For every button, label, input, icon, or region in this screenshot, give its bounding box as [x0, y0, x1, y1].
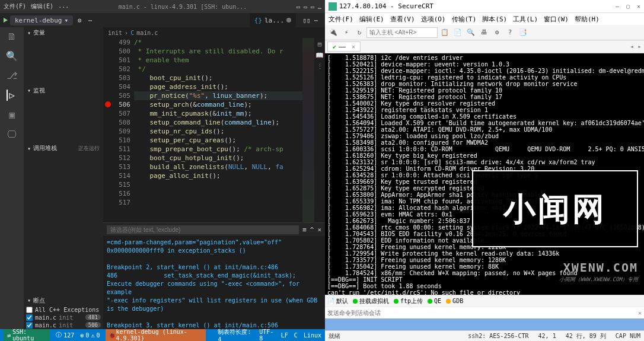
callstack-section[interactable]: ▾调用堆栈正在运行 — [24, 143, 103, 154]
search-icon[interactable]: 🔍 — [6, 50, 18, 62]
options-icon[interactable]: ⚙ — [491, 27, 503, 39]
debug-icon[interactable]: ▷ — [7, 90, 15, 101]
watch-section[interactable]: ▾监视 — [24, 85, 103, 96]
extra-icon[interactable]: 📑 — [517, 27, 529, 39]
remote-status[interactable]: ⇄ SSH: ubuntu — [4, 329, 50, 341]
btn-ftp[interactable]: ftp上传 — [394, 297, 423, 305]
launch-config-select[interactable]: kernel-debug▾ — [10, 15, 73, 26]
split-icon[interactable]: ▯▯ — [302, 17, 310, 24]
window-title: main.c - linux-4.9.301 [SSH: ubun... — [119, 4, 247, 10]
editor-tab[interactable]: {}la... — [250, 13, 297, 27]
book-icon[interactable]: 📖 — [315, 52, 324, 59]
command-input-bar[interactable]: 发送命令到活动会话 ✕ — [325, 307, 644, 318]
layout-icon[interactable]: ▭ — [297, 4, 300, 10]
terminal-output[interactable]: [ 1.518878] i2c /dev entries driver [ 1.… — [325, 53, 644, 295]
collapse-icon[interactable]: ▤ — [318, 40, 322, 48]
gear-icon[interactable]: ⚙ — [75, 16, 84, 24]
sc-selection-bar — [325, 318, 644, 330]
editor-area: init› Cmain.c 49950050150250350450550650… — [103, 27, 325, 329]
remote-icon[interactable]: 🖵 — [7, 129, 17, 140]
paste-icon[interactable]: 📄 — [452, 27, 464, 39]
help-icon[interactable]: ? — [504, 27, 516, 39]
ellipsis-icon[interactable]: ⋮ — [317, 63, 323, 71]
code-editor[interactable]: /* * Interrupts are still disabled. Do r… — [134, 38, 302, 222]
btn-gdb[interactable]: GDB — [446, 298, 463, 304]
copy-icon[interactable]: 📋 — [439, 27, 451, 39]
extensions-icon[interactable]: ▣ — [9, 109, 15, 120]
close-icon[interactable]: ✕ — [637, 3, 640, 9]
debug-output[interactable]: =cmd-param-changed,param="pagination",va… — [103, 236, 325, 329]
sc-toolbar: 🔌 ⚡ ↻ 📋 📄 🔍 🖶 ⚙ ? 📑 — [325, 25, 644, 40]
minimap[interactable] — [302, 38, 314, 222]
explorer-icon[interactable]: 🗎 — [7, 31, 17, 42]
vscode-menu[interactable]: 文件(F)编辑(E)... — [4, 2, 69, 11]
host-input[interactable] — [366, 27, 438, 38]
reconnect-icon[interactable]: ↻ — [353, 27, 365, 39]
status-bar: ⇄ SSH: ubuntu ⓘ 127 ⊗0 ⚠0 🐞 kernel-debug… — [0, 329, 325, 341]
debug-sidebar: ▾变量 ▾监视 ▾调用堆栈正在运行 ▾断点 All C++ Exceptions… — [24, 27, 103, 329]
clear-icon[interactable]: ≡ — [302, 226, 307, 234]
watermark: 小闻网 — [472, 170, 638, 247]
run-icon[interactable] — [4, 18, 8, 23]
connect-icon[interactable]: 🔌 — [327, 27, 339, 39]
sc-button-bar: 📄默认 挂载虚拟机 ftp上传 QE GDB — [325, 295, 644, 307]
filter-input[interactable] — [107, 225, 299, 234]
sc-titlebar: 127.4.80.104 - SecureCRT — ▢ ✕ — [325, 0, 644, 13]
breakpoint-gutter[interactable] — [103, 38, 113, 222]
tablist-icon[interactable]: ◂ ▸ — [630, 43, 642, 50]
sc-menu-bar[interactable]: 文件(F)编辑(E)查看(V) 选项(O)传输(T)脚本(S) 工具(L)窗口(… — [325, 13, 644, 25]
variables-section[interactable]: ▾变量 — [24, 27, 103, 38]
session-tab[interactable]: ✔ —— ✕ — [327, 42, 361, 52]
line-numbers: 4995005015025035045055065075085095105115… — [113, 38, 134, 222]
close-icon[interactable]: ✕ — [638, 310, 642, 316]
sc-session-tabs: ✔ —— ✕ ◂ ▸ — [325, 40, 644, 53]
launch-status[interactable]: 🐞 kernel-debug (linux-4.9.301) — [106, 329, 206, 341]
sc-status-bar: 就绪 ssh2: AES-256-CTR 42, 1 42 行, 89 列 CA… — [325, 330, 644, 341]
bp-all-exceptions[interactable]: All C++ Exceptions — [24, 306, 103, 314]
watermark-sub: XWENW.COM — [563, 264, 638, 271]
vscode-window: 文件(F)编辑(E)... main.c - linux-4.9.301 [SS… — [0, 0, 325, 341]
btn-default[interactable]: 📄默认 — [327, 297, 348, 305]
debug-console: ≡ ^ × =cmd-param-changed,param="paginati… — [103, 222, 325, 329]
debug-toolbar: kernel-debug▾ ⚙ ⋯ {}la... ▯▯ ⋯ — [0, 13, 325, 27]
breadcrumb[interactable]: init› Cmain.c — [103, 27, 325, 38]
print-icon[interactable]: 🖶 — [478, 27, 490, 39]
securecrt-window: 127.4.80.104 - SecureCRT — ▢ ✕ 文件(F)编辑(E… — [325, 0, 644, 341]
vscode-titlebar: 文件(F)编辑(E)... main.c - linux-4.9.301 [SS… — [0, 0, 325, 13]
btn-qe[interactable]: QE — [428, 298, 441, 304]
more-icon[interactable]: ⋯ — [314, 17, 318, 24]
find-icon[interactable]: 🔍 — [465, 27, 477, 39]
more-icon[interactable]: ⋯ — [86, 16, 94, 24]
watermark-foot: 小闻网（WWW.XWENW.COM）专用 — [559, 276, 638, 283]
chevron-up-icon[interactable]: ^ — [310, 226, 314, 234]
btn-mount[interactable]: 挂载虚拟机 — [353, 297, 389, 305]
scm-icon[interactable]: ⎇ — [7, 70, 17, 81]
breakpoints-section[interactable]: ▾断点 — [24, 295, 103, 306]
problems-status[interactable]: ⊗0 ⚠0 — [80, 332, 100, 339]
sc-window-title: 127.4.80.104 - SecureCRT — [339, 2, 433, 10]
ports-status[interactable]: ⓘ 127 — [56, 331, 74, 339]
minimize-icon[interactable]: — — [616, 3, 619, 9]
bp-item[interactable]: main.cinit481 — [24, 314, 103, 321]
quick-icon[interactable]: ⚡ — [340, 27, 352, 39]
close-icon[interactable]: × — [317, 226, 321, 234]
maximize-icon[interactable]: ▢ — [626, 3, 630, 9]
check-icon: ✔ — [333, 43, 336, 50]
app-icon — [329, 2, 337, 11]
tab-close-icon[interactable]: ✕ — [352, 43, 355, 50]
activity-bar: 🗎 🔍 ⎇ ▷ ▣ 🖵 — [0, 27, 24, 329]
